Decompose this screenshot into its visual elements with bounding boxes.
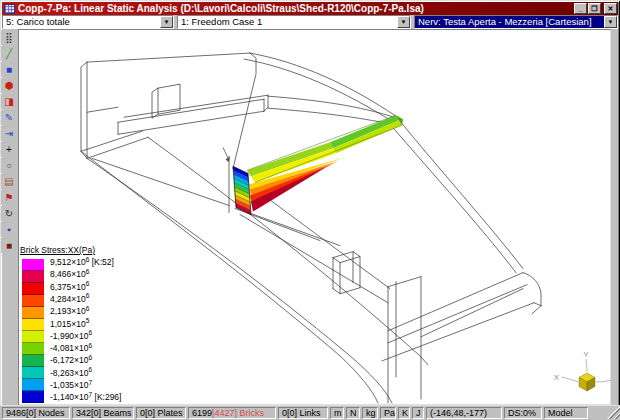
axis-y-label: Y bbox=[583, 350, 589, 359]
freedom-case-combo[interactable]: 1: Freedom Case 1 ▼ bbox=[177, 15, 411, 29]
legend-swatch bbox=[22, 271, 44, 283]
plate-toggle-icon-glyph: ▪ bbox=[7, 225, 11, 235]
resize-grip[interactable] bbox=[607, 406, 620, 419]
vertex-edit-icon[interactable]: ✎ bbox=[1, 110, 17, 125]
legend-value: 6,375×106 bbox=[50, 280, 89, 292]
wireframe-lines bbox=[81, 53, 541, 403]
rotate-view-icon-glyph: ↻ bbox=[5, 209, 13, 219]
crosshair-icon[interactable]: + bbox=[1, 142, 17, 157]
legend-swatch bbox=[22, 295, 44, 307]
node-grid-icon[interactable]: ⣿ bbox=[1, 30, 17, 45]
legend-swatch bbox=[22, 343, 44, 355]
result-case-combo[interactable]: Nerv: Testa Aperta - Mezzeria [Cartesian… bbox=[414, 15, 618, 29]
axis-triad: X Y Z bbox=[554, 350, 611, 391]
brick-element-icon[interactable]: ⬢ bbox=[1, 78, 17, 93]
node-grid-icon-glyph: ⣿ bbox=[5, 33, 12, 43]
beam-element-icon[interactable]: ╱ bbox=[1, 46, 17, 61]
rotate-view-icon[interactable]: ↻ bbox=[1, 206, 17, 221]
legend-value: -1,140×107 [K:296] bbox=[50, 390, 121, 402]
result-case-value: Nerv: Testa Aperta - Mezzeria [Cartesian… bbox=[415, 16, 604, 28]
snap-toggle-icon[interactable]: ⇥ bbox=[1, 126, 17, 141]
stress-strip bbox=[247, 115, 403, 211]
legend-swatch bbox=[22, 283, 44, 295]
axis-x-label: X bbox=[554, 373, 560, 382]
legend-value: 1,015×105 bbox=[50, 317, 89, 329]
legend-value: 4,284×106 bbox=[50, 292, 89, 304]
chevron-down-icon[interactable]: ▼ bbox=[160, 16, 173, 28]
legend-value: 2,193×106 bbox=[50, 304, 89, 316]
maximize-button[interactable]: ❐ bbox=[588, 3, 601, 14]
legend-title: Brick Stress:XX(Pa) bbox=[20, 245, 95, 255]
plate-element-icon[interactable]: ■ bbox=[1, 62, 17, 77]
legend-value: -8,263×106 bbox=[50, 366, 92, 378]
link-element-icon[interactable]: ◨ bbox=[1, 94, 17, 109]
load-case-combo[interactable]: 5: Carico totale ▼ bbox=[2, 15, 174, 29]
window-title: Copp-7-Pa: Linear Static Analysis (D:\La… bbox=[18, 2, 574, 15]
status-bricks-highlight: [4427] Bricks bbox=[212, 408, 264, 418]
status-coords: (-146,48,-177) bbox=[426, 407, 502, 419]
close-button[interactable]: ✕ bbox=[604, 3, 617, 14]
chevron-down-icon[interactable]: ▼ bbox=[397, 16, 410, 28]
brick-toggle-icon-glyph: ■ bbox=[6, 241, 12, 251]
statusbar-spacer bbox=[590, 407, 605, 419]
plate-element-icon-glyph: ■ bbox=[6, 65, 12, 75]
chevron-down-icon[interactable]: ▼ bbox=[604, 16, 617, 28]
legend-swatch bbox=[22, 391, 44, 403]
status-unit-n: N bbox=[346, 407, 360, 419]
beam-element-icon-glyph: ╱ bbox=[6, 49, 12, 59]
window-buttons: _❐✕ bbox=[574, 3, 617, 14]
plate-toggle-icon[interactable]: ▪ bbox=[1, 222, 17, 237]
legend-swatch bbox=[22, 259, 44, 271]
straus7-window: Copp-7-Pa: Linear Static Analysis (D:\La… bbox=[0, 0, 620, 420]
flag-icon-glyph: ⚑ bbox=[5, 193, 14, 203]
brick-toggle-icon[interactable]: ■ bbox=[1, 238, 17, 253]
legend-value: -1,990×106 bbox=[50, 329, 92, 341]
legend-swatch bbox=[22, 367, 44, 379]
load-case-value: 5: Carico totale bbox=[3, 16, 160, 28]
status-ds: DS:0% bbox=[504, 407, 542, 419]
link-element-icon-glyph: ◨ bbox=[4, 97, 13, 107]
legend-value: -1,035×107 bbox=[50, 378, 92, 390]
app-icon bbox=[4, 4, 15, 14]
status-links: 0[0] Links bbox=[278, 407, 328, 419]
legend-swatch bbox=[22, 355, 44, 367]
vertex-edit-icon-glyph: ✎ bbox=[5, 113, 13, 123]
minimize-button[interactable]: _ bbox=[574, 3, 587, 14]
flag-icon[interactable]: ⚑ bbox=[1, 190, 17, 205]
status-plates: 0[0] Plates bbox=[136, 407, 186, 419]
titlebar[interactable]: Copp-7-Pa: Linear Static Analysis (D:\La… bbox=[2, 2, 618, 15]
status-bricks: 6199[4427] Bricks bbox=[188, 407, 276, 419]
entity-toolbar: ⣿╱■⬢◨✎⇥+○▤⚑↻▪■ bbox=[0, 29, 18, 405]
legend-value: -4,081×106 bbox=[50, 341, 92, 353]
node-arrow-icon bbox=[223, 147, 230, 162]
combo-toolbar: 5: Carico totale ▼ 1: Freedom Case 1 ▼ N… bbox=[2, 15, 618, 29]
snap-toggle-icon-glyph: ⇥ bbox=[5, 129, 13, 139]
status-unit-m: m bbox=[330, 407, 344, 419]
status-unit-k: K bbox=[398, 407, 410, 419]
legend-swatch bbox=[22, 307, 44, 319]
circle-select-icon[interactable]: ○ bbox=[1, 158, 17, 173]
status-unit-kg: kg bbox=[362, 407, 378, 419]
crosshair-icon-glyph: + bbox=[6, 145, 12, 155]
status-mode: Model bbox=[544, 407, 588, 419]
circle-select-icon-glyph: ○ bbox=[6, 161, 12, 171]
entity-display-icon[interactable]: ▤ bbox=[1, 174, 17, 189]
status-unit-pa: Pa bbox=[380, 407, 396, 419]
brick-element-icon-glyph: ⬢ bbox=[5, 81, 14, 91]
legend-value: 8,466×106 bbox=[50, 267, 89, 279]
stress-legend: Brick Stress:XX(Pa) 9,512×106 [K:52]8,46… bbox=[20, 245, 132, 420]
status-unit-j: J bbox=[412, 407, 424, 419]
freedom-case-value: 1: Freedom Case 1 bbox=[178, 16, 397, 28]
legend-swatch bbox=[22, 331, 44, 343]
legend-value: 9,512×106 [K:52] bbox=[50, 255, 114, 267]
legend-value: -6,172×106 bbox=[50, 353, 92, 365]
legend-swatch bbox=[22, 379, 44, 391]
entity-display-icon-glyph: ▤ bbox=[4, 177, 13, 187]
legend-swatch bbox=[22, 319, 44, 331]
